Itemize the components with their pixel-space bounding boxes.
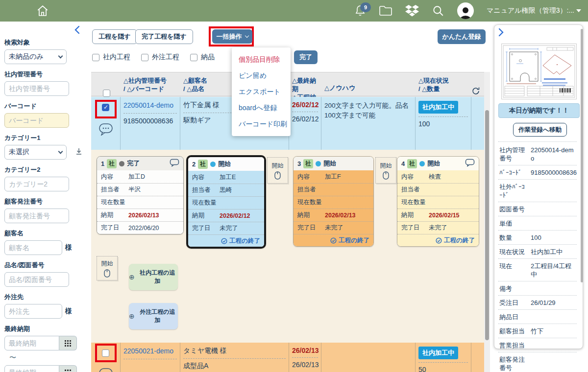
search-sidebar: 検索対象 未納品のみ 社内管理番号 バーコード カテゴリー1 未選択 カテゴリー…	[0, 22, 88, 372]
process-due-date: 26/02/12	[292, 115, 319, 123]
menu-item-delete[interactable]: 個別品目削除	[232, 51, 291, 68]
check-circle-icon	[221, 238, 227, 244]
end-process-link[interactable]: 工程の終了	[397, 234, 479, 246]
category1-select[interactable]: 未選択	[4, 145, 67, 160]
sama-suffix: 様	[65, 243, 72, 252]
select-all-checkbox[interactable]	[103, 90, 110, 97]
search-target-select[interactable]: 未納品のみ	[4, 49, 67, 64]
process-card-1[interactable]: 1 社 完了 内容加工D 担当者半沢 現在数量 納期2026/02/13 完了日…	[97, 156, 184, 234]
user-menu[interactable]: マニュアル権限（管理3）:...	[487, 6, 581, 15]
panel-scrollbar[interactable]	[581, 29, 583, 342]
category1-label: カテゴリー1	[4, 134, 84, 142]
annotation-highlight	[95, 344, 117, 362]
final-due-from-input[interactable]	[4, 336, 59, 350]
kanri-input[interactable]	[4, 81, 69, 96]
outsource-label: 外注先	[4, 293, 84, 302]
add-internal-process-button[interactable]: ⊕社内工程の追加	[129, 264, 178, 290]
process-card-2[interactable]: 2 社 開始 内容加工E 担当者黒崎 現在数量 納期2026/02/12 完了日…	[186, 155, 266, 249]
easy-register-button[interactable]: かんたん登録	[438, 29, 486, 44]
plus-circle-icon: ⊕	[129, 273, 135, 281]
scrollbar-thumb[interactable]	[485, 110, 489, 340]
item-id-link[interactable]: 22050021-demo	[123, 347, 173, 355]
customer-input[interactable]	[4, 240, 62, 255]
comment-bubble-icon[interactable]	[170, 159, 179, 168]
calendar-icon[interactable]	[59, 336, 77, 350]
annotation-highlight	[95, 100, 117, 118]
check-circle-icon	[436, 237, 442, 244]
external-process-checkbox[interactable]	[141, 54, 148, 61]
add-external-process-button[interactable]: ⊕外注工程の追加	[129, 303, 178, 329]
bulk-action-button[interactable]: 一括操作	[212, 29, 252, 44]
barcode-input[interactable]	[4, 113, 69, 128]
process-card-band: 1 社 完了 内容加工D 担当者半沢 現在数量 納期2026/02/13 完了日…	[91, 150, 484, 343]
filter-checkbox-row: 社内工程 外注工程 納品	[92, 53, 215, 62]
main-scrollbar[interactable]	[484, 72, 490, 372]
status-dot	[316, 161, 321, 166]
detail-list: 社内管理番号22050014-demo ﾊﾞｰｺｰﾄﾞ9185000008636…	[498, 143, 577, 372]
item-barcode: 9185000008636	[123, 117, 173, 125]
item-id-link[interactable]: 22050014-demo	[123, 101, 173, 109]
main-content: 工程を隠す 完了工程を隠す 一括操作 かんたん登録 社内工程 外注工程 納品 完…	[91, 22, 490, 372]
outsource-input[interactable]	[4, 304, 62, 319]
barcode-label: バーコード	[4, 102, 84, 111]
hamburger-menu-icon[interactable]	[7, 6, 20, 15]
calendar-icon[interactable]	[59, 365, 77, 372]
menu-item-board[interactable]: boardへ登録	[232, 100, 291, 116]
detail-panel: 本日が納期です！！ 作業登録へ移動 社内管理番号22050014-demo ﾊﾞ…	[494, 24, 583, 349]
hide-process-button[interactable]: 工程を隠す	[92, 29, 137, 44]
done-button[interactable]: 完了	[294, 50, 318, 64]
detail-row: 社内管理番号22050014-demo	[498, 143, 577, 165]
final-due-to-input[interactable]	[4, 365, 59, 372]
home-icon[interactable]	[36, 4, 49, 17]
customer-order-input[interactable]	[4, 209, 69, 223]
category2-input[interactable]	[4, 177, 69, 191]
end-process-link[interactable]: 工程の終了	[188, 234, 264, 247]
folder-icon[interactable]	[379, 5, 392, 17]
status-dot	[419, 161, 425, 166]
comment-bubble-icon[interactable]	[465, 159, 475, 168]
start-drop-target[interactable]: 開始	[267, 157, 288, 184]
menu-item-export[interactable]: エクスポート	[232, 84, 291, 100]
status-dot	[210, 162, 216, 167]
process-card-3[interactable]: 3 社 開始 内容加工F 担当者 現在数量 納期2026/02/13 完了日未完…	[293, 156, 374, 247]
notifications-bell-icon[interactable]: 9	[354, 4, 366, 17]
chevron-down-icon	[245, 34, 248, 38]
item-name: 成型品A	[183, 362, 208, 370]
detail-row: 単価	[498, 216, 577, 231]
internal-process-checkbox[interactable]	[92, 54, 99, 61]
detail-row: 図面番号	[498, 202, 577, 216]
detail-row: 顧客担当竹下	[498, 324, 577, 338]
customer-name: タミヤ電機 様	[183, 347, 227, 354]
drawing-thumbnail[interactable]	[501, 44, 577, 99]
menu-item-pin[interactable]: ピン留め	[232, 68, 291, 84]
comment-bubble-icon[interactable]	[98, 368, 113, 372]
due-today-banner: 本日が納期です！！	[498, 103, 580, 118]
move-to-work-register-button[interactable]: 作業登録へ移動	[513, 123, 567, 137]
card-status: 開始	[218, 160, 231, 168]
search-icon[interactable]	[432, 4, 444, 17]
start-drop-target[interactable]: 開始	[97, 256, 118, 280]
item-input[interactable]	[4, 272, 69, 287]
process-card-4[interactable]: 4 社 開始 内容検査 担当者 現在数量 納期2026/02/15 完了日未完了…	[397, 156, 479, 247]
avatar[interactable]	[457, 2, 474, 19]
final-due-date: 26/02/13	[292, 347, 319, 354]
item-name: 駆動ギア	[183, 116, 211, 124]
detail-row: 納品日	[498, 310, 577, 324]
topbar: 9 マニュアル権限（管理3）:...	[0, 0, 588, 22]
dropbox-icon[interactable]	[405, 4, 419, 17]
comment-bubble-icon[interactable]	[98, 123, 113, 137]
menu-item-barcode-print[interactable]: バーコード印刷	[232, 116, 291, 132]
item-row-2[interactable]: 22050021-demo タミヤ電機 様 成型品A 26/02/13 26/0…	[91, 343, 484, 372]
status-badge: 社内加工中	[418, 347, 458, 359]
kanri-label: 社内管理番号	[4, 70, 84, 79]
search-target-label: 検索対象	[4, 38, 84, 47]
start-drop-target[interactable]: 開始	[375, 157, 396, 184]
hide-done-process-button[interactable]: 完了工程を隠す	[135, 29, 193, 44]
delivery-checkbox[interactable]	[190, 54, 197, 61]
scrollbar-thumb[interactable]	[581, 29, 583, 282]
collapse-sidebar-icon[interactable]	[74, 25, 80, 36]
end-process-link[interactable]: 工程の終了	[294, 234, 373, 246]
scroll-to-bottom-icon[interactable]	[75, 148, 82, 157]
detail-row: 現在2工程目/4工程中	[498, 259, 577, 281]
collapse-panel-icon[interactable]	[498, 28, 579, 39]
